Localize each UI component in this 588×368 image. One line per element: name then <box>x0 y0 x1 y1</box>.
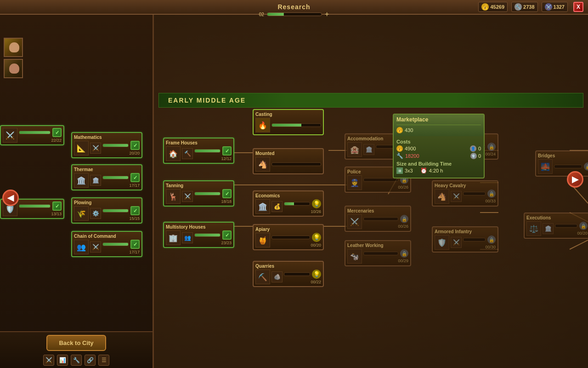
mercenaries-lock: 🔒 <box>400 215 408 223</box>
frame-houses-fill <box>195 150 220 152</box>
tooltip-size-icon: ⊞ <box>396 167 403 174</box>
node-tanning[interactable]: Tanning 🦌 ⚔️ ✓ 18/18 <box>163 180 234 207</box>
police-count: 00/26 <box>363 185 408 190</box>
node-chain-command[interactable]: Chain of Command 👥 ⚔️ ✓ 17/17 <box>71 231 142 257</box>
mathematics-icon2: ⚔️ <box>90 143 101 154</box>
casting-title: Casting <box>255 112 321 117</box>
research-progress: 02 + <box>259 10 329 18</box>
nav-right-button[interactable]: ▶ <box>567 171 583 188</box>
bottom-icon-sword[interactable]: ⚔️ <box>43 355 54 366</box>
tactics-icon: ⚔️ <box>3 128 17 143</box>
mathematics-count: 20/20 <box>102 151 140 155</box>
research-area: EARLY MIDDLE AGE Frame Houses 🏠 🔨 <box>154 15 588 368</box>
tooltip-cost-gold: 4900 <box>405 146 416 151</box>
gold-value: 45269 <box>490 4 504 10</box>
leather-working-title: Leather Working <box>347 243 408 248</box>
node-multistory[interactable]: Multistory Houses 🏢 👥 ✓ 23/23 <box>163 222 234 248</box>
bottom-icon-menu[interactable]: ☰ <box>98 355 109 366</box>
mercenaries-icon: ⚔️ <box>347 214 362 229</box>
tactics-check: ✓ <box>52 128 62 137</box>
bridges-title: Bridges <box>538 153 588 158</box>
economics-fill <box>284 202 294 205</box>
mathematics-icon: 📐 <box>74 141 89 155</box>
tools-value: 2738 <box>523 4 534 10</box>
node-armored-infantry[interactable]: Armored Infantry 🛡️ ⚔️ 🔒 00/30 <box>432 226 498 253</box>
apiary-lightbulb: 💡 <box>312 233 321 242</box>
node-casting[interactable]: Casting 🔥 <box>253 109 324 135</box>
bridges-progress <box>554 165 582 168</box>
heavy-cavalry-count: 00/33 <box>463 199 496 203</box>
node-tactics[interactable]: ⚔️ ✓ 22/22 <box>0 125 64 145</box>
casting-fill <box>272 124 301 126</box>
executions-lock: 🔒 <box>579 222 588 230</box>
node-mercenaries[interactable]: Mercenaries ⚔️ 🔒 00/26 <box>345 206 411 232</box>
node-plowing[interactable]: Plowing 🌾 ⚙️ ✓ 15/15 <box>71 197 142 224</box>
node-heavy-cavalry[interactable]: Heavy Cavalry 🐴 ⚔️ 🔒 00/33 <box>432 180 498 207</box>
tanning-title: Tanning <box>166 183 232 188</box>
bottom-icon-tools[interactable]: 🔧 <box>71 355 82 366</box>
bottom-icon-chart[interactable]: 📊 <box>57 355 68 366</box>
avatar-1[interactable] <box>4 38 23 57</box>
plowing-count: 15/15 <box>102 216 140 221</box>
tools-icon: 🔧 <box>514 3 522 11</box>
gold-icon: 💰 <box>481 3 489 11</box>
node-quarries[interactable]: Quarries ⛏️ 🪨 💡 00/22 <box>253 261 324 287</box>
clapboard-houses-lock: 🔒 <box>487 143 496 151</box>
multistory-count: 23/23 <box>194 241 232 245</box>
node-economics[interactable]: Economics 🏛️ 💰 💡 10/26 <box>253 190 324 217</box>
node-thermae[interactable]: Thermae 🏛️ 🏛️ ✓ 17/17 <box>71 164 142 190</box>
armored-infantry-count: 00/30 <box>463 245 496 249</box>
tactics-fill <box>19 131 50 134</box>
chain-command-icon2: ⚔️ <box>90 242 101 253</box>
svg-line-11 <box>570 240 588 249</box>
node-mounted[interactable]: Mounted 🐴 <box>253 148 324 174</box>
avatar-2[interactable] <box>4 59 23 78</box>
node-leather-working[interactable]: Leather Working 🐄 🔒 00/29 <box>345 240 411 266</box>
tooltip-size-label: Size and Building Time <box>396 161 481 167</box>
multistory-check: ✓ <box>222 230 232 240</box>
plowing-title: Plowing <box>74 200 140 205</box>
chain-command-icon: 👥 <box>74 240 89 254</box>
close-button[interactable]: X <box>573 2 583 12</box>
armored-infantry-lock: 🔒 <box>487 236 496 244</box>
chain-command-count: 17/17 <box>102 250 140 254</box>
thermae-count: 17/17 <box>102 183 140 188</box>
tanning-fill <box>195 192 220 195</box>
tanning-count: 18/18 <box>194 199 232 204</box>
thermae-icon: 🏛️ <box>74 173 89 188</box>
chain-command-title: Chain of Command <box>74 234 140 239</box>
node-mathematics[interactable]: Mathematics 📐 ⚔️ ✓ 20/20 <box>71 132 142 158</box>
tooltip-cost-blue-icon: 🛡️ <box>470 153 477 159</box>
tooltip-cost-gold-icon: 💰 <box>396 145 403 152</box>
resource-bar: 💰 45269 🔧 2738 ⚔️ 1327 X <box>478 2 583 12</box>
tooltip-cost-gold-row: 💰 4900 👤 0 <box>396 145 481 152</box>
progress-fill <box>267 13 283 16</box>
plowing-icon: 🌾 <box>74 206 89 221</box>
heavy-cavalry-title: Heavy Cavalry <box>435 183 496 188</box>
frame-houses-progress <box>194 149 220 153</box>
tooltip-size-row: ⊞ 3x3 ⏰ 4:20 h <box>396 167 481 174</box>
nav-left-button[interactable]: ◀ <box>2 190 19 206</box>
back-to-city-button[interactable]: Back to City <box>46 335 106 351</box>
tooltip-hammer-icon: 🔧 <box>396 153 403 159</box>
partial-check: ✓ <box>52 201 62 211</box>
mathematics-fill <box>103 144 128 147</box>
tools-resource: 🔧 2738 <box>511 2 537 12</box>
node-executions[interactable]: Executions ⚖️ 🏛️ 🔒 00/20 <box>524 213 588 239</box>
casting-icon: 🔥 <box>255 118 270 132</box>
partial-fill <box>19 205 50 207</box>
add-progress-button[interactable]: + <box>325 10 329 18</box>
tooltip-gold-icon: 💰 <box>396 127 403 133</box>
tooltip-time-icon: ⏰ <box>420 167 427 174</box>
bottom-icon-link[interactable]: 🔗 <box>85 355 96 366</box>
heavy-cavalry-progress <box>463 192 486 196</box>
executions-count: 00/20 <box>555 231 588 236</box>
node-frame-houses[interactable]: Frame Houses 🏠 🔨 ✓ 12/12 <box>163 138 234 164</box>
partial-progress <box>19 204 51 208</box>
frame-houses-icon: 🏠 <box>166 146 181 161</box>
tanning-icon2: ⚔️ <box>182 191 193 202</box>
apiary-count: 00/20 <box>271 243 321 247</box>
multistory-icon: 🏢 <box>166 230 181 245</box>
node-apiary[interactable]: Apiary 🍯 💡 00/20 <box>253 224 324 250</box>
frame-houses-check: ✓ <box>222 146 232 155</box>
